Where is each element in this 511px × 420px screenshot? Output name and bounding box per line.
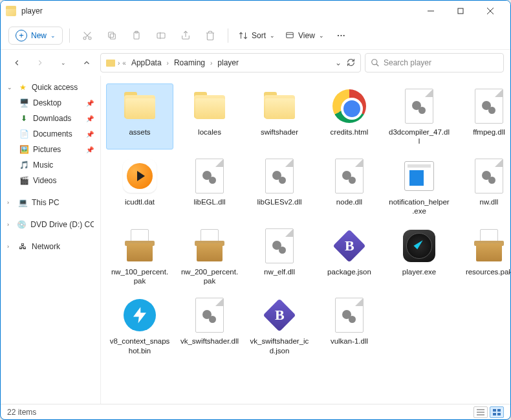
chevron-right-icon: ›: [7, 243, 14, 250]
paste-button[interactable]: [125, 25, 147, 47]
file-label: d3dcompiler_47.dll: [389, 127, 450, 146]
sidebar-dvd[interactable]: ›💿DVD Drive (D:) CCCC: [1, 217, 100, 232]
breadcrumb-item[interactable]: player: [215, 57, 241, 69]
file-item[interactable]: libEGL.dll: [176, 153, 243, 219]
breadcrumb-item[interactable]: Roaming: [171, 57, 208, 69]
sidebar-item-desktop[interactable]: 🖥️Desktop📌: [1, 95, 100, 111]
cut-button[interactable]: [76, 25, 98, 47]
disc-icon: 💿: [16, 219, 27, 230]
sidebar-network[interactable]: ›🖧Network: [1, 239, 100, 254]
forward-button[interactable]: [30, 53, 50, 72]
view-button[interactable]: View ⌄: [281, 28, 328, 43]
file-item[interactable]: player.exe: [386, 223, 453, 289]
file-item[interactable]: nw.dll: [455, 153, 510, 219]
navigation-row: ⌄ › « AppData › Roaming › player ⌄ Searc…: [1, 50, 510, 76]
json-icon: B: [334, 230, 365, 261]
sidebar-item-videos[interactable]: 🎬Videos: [1, 173, 100, 188]
file-item[interactable]: vk_swiftshader.dll: [176, 293, 243, 359]
folder-icon: [193, 92, 226, 120]
file-item[interactable]: Bvk_swiftshader_icd.json: [246, 293, 313, 359]
chrome-icon: [332, 89, 366, 123]
file-label: nw_200_percent.pak: [179, 267, 240, 286]
svg-rect-27: [497, 413, 501, 415]
rename-button[interactable]: [150, 25, 172, 47]
pin-icon: 📌: [86, 100, 94, 107]
file-item[interactable]: ffmpeg.dll: [455, 83, 510, 149]
file-label: v8_context_snapshot.bin: [109, 337, 170, 355]
file-label: nw_100_percent.pak: [109, 267, 170, 286]
svg-point-19: [372, 60, 377, 65]
icons-view-button[interactable]: [490, 406, 504, 418]
folder-icon: [263, 92, 296, 120]
file-item[interactable]: nw_100_percent.pak: [106, 223, 173, 289]
search-placeholder: Search player: [384, 58, 431, 67]
pictures-icon: 🖼️: [19, 144, 29, 155]
search-icon: [371, 58, 380, 67]
back-button[interactable]: [7, 53, 27, 72]
breadcrumb-item[interactable]: AppData: [129, 57, 164, 69]
file-item[interactable]: d3dcompiler_47.dll: [386, 83, 453, 149]
sidebar-item-pictures[interactable]: 🖼️Pictures📌: [1, 142, 100, 157]
file-label: libEGL.dll: [179, 197, 240, 206]
file-item[interactable]: assets: [106, 83, 173, 149]
sidebar-quick-access[interactable]: ⌄ ★ Quick access: [1, 80, 100, 95]
archive-icon: [193, 229, 226, 263]
new-button[interactable]: + New ⌄: [8, 27, 63, 45]
svg-line-20: [376, 64, 379, 67]
file-item[interactable]: notification_helper.exe: [386, 153, 453, 219]
file-item[interactable]: vulkan-1.dll: [316, 293, 383, 359]
toolbar: + New ⌄ Sort ⌄ View ⌄ ···: [1, 21, 510, 50]
titlebar[interactable]: player: [1, 1, 510, 21]
chevron-down-icon[interactable]: ⌄: [335, 58, 342, 67]
svg-rect-17: [287, 32, 294, 38]
file-item[interactable]: nw_elf.dll: [246, 223, 313, 289]
file-item[interactable]: locales: [176, 83, 243, 149]
sidebar-this-pc[interactable]: ›💻This PC: [1, 195, 100, 210]
search-input[interactable]: Search player: [365, 53, 504, 72]
chevron-right-icon: ›: [210, 60, 212, 67]
pc-icon: 💻: [17, 197, 28, 208]
chevron-right-icon: ›: [118, 60, 120, 67]
delete-button[interactable]: [199, 25, 221, 47]
details-view-button[interactable]: [473, 406, 488, 418]
svg-rect-25: [497, 409, 501, 412]
sidebar: ⌄ ★ Quick access 🖥️Desktop📌 ⬇Downloads📌 …: [1, 76, 101, 404]
more-button[interactable]: ···: [331, 25, 353, 47]
file-item[interactable]: v8_context_snapshot.bin: [106, 293, 173, 359]
file-item[interactable]: credits.html: [316, 83, 383, 149]
sidebar-item-documents[interactable]: 📄Documents📌: [1, 126, 100, 142]
file-label: resources.pak: [459, 267, 510, 276]
json-icon: B: [264, 300, 295, 331]
copy-button[interactable]: [101, 25, 123, 47]
sidebar-item-downloads[interactable]: ⬇Downloads📌: [1, 111, 100, 126]
archive-icon: [123, 229, 157, 263]
file-item[interactable]: icudtl.dat: [106, 153, 173, 219]
document-icon: 📄: [19, 129, 29, 139]
close-button[interactable]: [475, 1, 505, 21]
file-item[interactable]: nw_200_percent.pak: [176, 223, 243, 289]
pin-icon: 📌: [86, 131, 94, 138]
file-item[interactable]: node.dll: [316, 153, 383, 219]
file-item[interactable]: libGLESv2.dll: [246, 153, 313, 219]
sort-button[interactable]: Sort ⌄: [235, 28, 279, 43]
chevron-right-icon: ›: [167, 60, 169, 67]
file-explorer-window: player + New ⌄ Sort ⌄ View ⌄ ···: [0, 0, 511, 420]
file-pane[interactable]: assetslocalesswiftshadercredits.htmld3dc…: [101, 76, 510, 404]
file-label: vk_swiftshader.dll: [179, 337, 240, 346]
file-label: icudtl.dat: [109, 197, 170, 206]
file-item[interactable]: resources.pak: [455, 223, 510, 289]
refresh-icon[interactable]: [347, 58, 355, 67]
up-button[interactable]: [77, 53, 96, 72]
sidebar-item-music[interactable]: 🎵Music: [1, 157, 100, 173]
new-label: New: [31, 31, 47, 40]
minimize-button[interactable]: [416, 1, 446, 21]
maximize-button[interactable]: [446, 1, 475, 21]
recent-button[interactable]: ⌄: [54, 53, 73, 72]
share-button[interactable]: [175, 25, 197, 47]
file-item[interactable]: Bpackage.json: [316, 223, 383, 289]
breadcrumb[interactable]: › « AppData › Roaming › player ⌄: [100, 53, 361, 72]
pin-icon: 📌: [86, 146, 94, 153]
archive-icon: [472, 229, 506, 263]
file-item[interactable]: swiftshader: [246, 83, 313, 149]
daemon-icon: [124, 299, 156, 331]
